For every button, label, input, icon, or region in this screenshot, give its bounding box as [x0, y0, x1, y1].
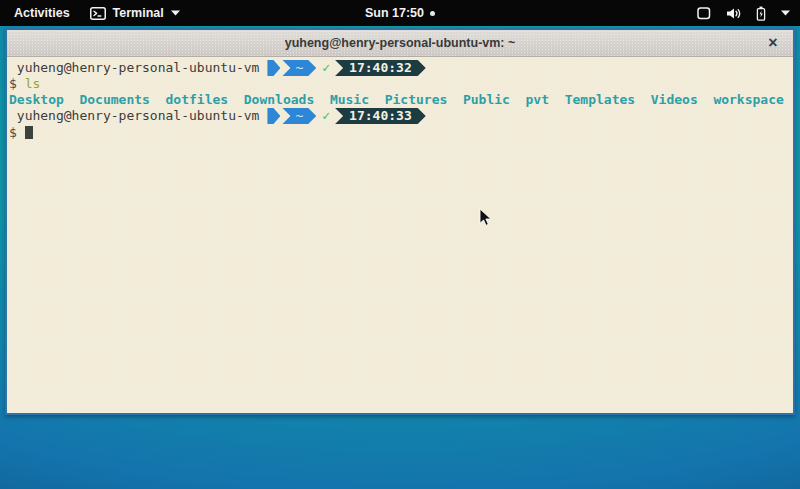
directory-entry: Desktop [9, 92, 64, 107]
prompt-cwd-segment: ~ [282, 60, 316, 76]
chevron-down-icon [171, 10, 180, 16]
prompt-symbol: $ [9, 76, 17, 91]
desktop: Activities Terminal Sun 17:50 [0, 0, 800, 489]
ls-output-line: DesktopDocumentsdotfilesDownloadsMusicPi… [9, 92, 791, 108]
window-title: yuheng@henry-personal-ubuntu-vm: ~ [285, 36, 516, 50]
directory-entry: workspace [713, 92, 783, 107]
prompt-symbol: $ [9, 125, 17, 140]
app-menu-button[interactable]: Terminal [90, 6, 180, 20]
close-button[interactable]: × [762, 30, 784, 56]
check-icon: ✓ [322, 60, 330, 75]
chevron-down-icon [781, 10, 790, 16]
prompt-time: 17:40:32 [349, 60, 412, 75]
battery-charging-icon [756, 6, 766, 21]
directory-entry: pvt [526, 92, 549, 107]
command-line: $ls [9, 76, 791, 92]
prompt-cwd: ~ [295, 108, 303, 123]
terminal-icon [90, 7, 106, 20]
system-status-area[interactable] [697, 0, 790, 26]
directory-entry: Documents [79, 92, 149, 107]
prompt-cwd: ~ [295, 60, 303, 75]
prompt-line-2: yuheng@henry-personal-ubuntu-vm~✓17:40:3… [9, 108, 791, 124]
top-bar-left: Activities Terminal [0, 6, 180, 20]
powerline-arrow-icon [267, 60, 280, 76]
activities-button[interactable]: Activities [14, 6, 70, 20]
window-titlebar[interactable]: yuheng@henry-personal-ubuntu-vm: ~ × [7, 30, 793, 57]
command-text: ls [25, 76, 41, 91]
prompt-time-segment: 17:40:33 [335, 108, 426, 124]
powerline-arrow-icon [267, 108, 280, 124]
directory-entry: Music [330, 92, 369, 107]
display-icon [697, 7, 711, 20]
top-bar: Activities Terminal Sun 17:50 [0, 0, 800, 26]
prompt-cwd-segment: ~ [282, 108, 316, 124]
notification-dot-icon [430, 11, 435, 16]
app-menu-label: Terminal [113, 6, 164, 20]
text-cursor [25, 126, 33, 139]
clock-label: Sun 17:50 [365, 6, 424, 20]
directory-entry: Downloads [244, 92, 314, 107]
prompt-user: yuheng@henry-personal-ubuntu-vm [17, 60, 260, 75]
prompt-time-segment: 17:40:32 [335, 60, 426, 76]
directory-entry: Public [463, 92, 510, 107]
prompt-user: yuheng@henry-personal-ubuntu-vm [17, 108, 260, 123]
prompt-time: 17:40:33 [349, 108, 412, 123]
clock-button[interactable]: Sun 17:50 [365, 6, 435, 20]
input-line[interactable]: $ [9, 124, 791, 140]
check-icon: ✓ [322, 108, 330, 123]
terminal-window: yuheng@henry-personal-ubuntu-vm: ~ × yuh… [5, 28, 795, 415]
directory-entry: dotfiles [166, 92, 229, 107]
terminal-content[interactable]: yuheng@henry-personal-ubuntu-vm~✓17:40:3… [7, 57, 793, 412]
directory-entry: Pictures [385, 92, 448, 107]
prompt-line-1: yuheng@henry-personal-ubuntu-vm~✓17:40:3… [9, 60, 791, 76]
close-icon: × [768, 35, 777, 51]
volume-icon [726, 7, 741, 20]
directory-entry: Videos [651, 92, 698, 107]
directory-entry: Templates [565, 92, 635, 107]
